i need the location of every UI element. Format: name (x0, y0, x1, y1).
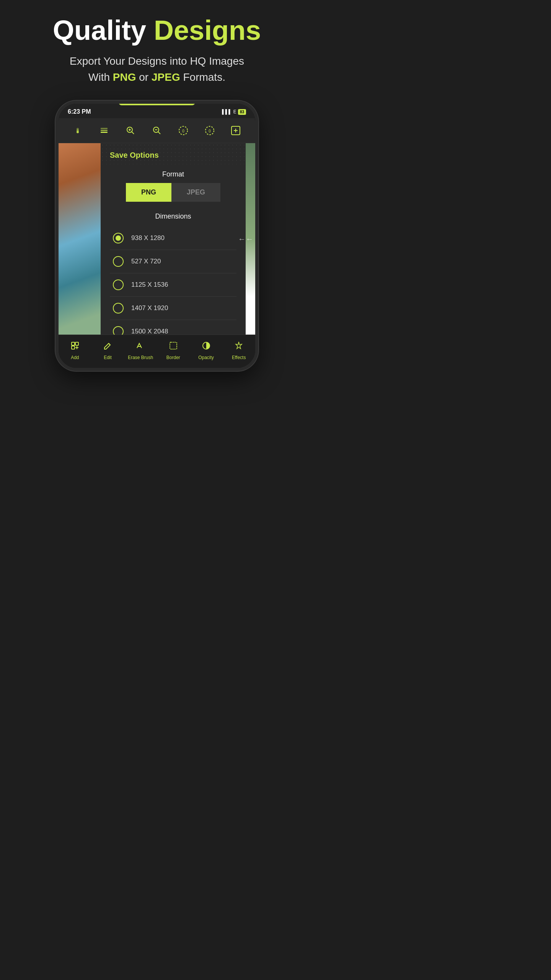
status-icons: ▌▌▌ E 83 (222, 109, 246, 115)
back-arrow-icon: ←← (238, 235, 253, 243)
nav-add[interactable]: Add (59, 341, 91, 360)
layers-icon[interactable] (70, 123, 85, 138)
effects-label: Effects (232, 355, 246, 360)
svg-marker-29 (236, 342, 242, 349)
title-word-quality: Quality (53, 15, 146, 46)
svg-text:0: 0 (209, 129, 211, 133)
dialog-header: Save Options (101, 143, 246, 164)
subtitle-line1: Export Your Designs into HQ Images (70, 55, 244, 67)
subtitle-jpeg: JPEG (152, 71, 180, 83)
svg-rect-4 (101, 130, 108, 131)
dimension-value-2: 1125 X 1536 (131, 281, 168, 289)
dialog-backdrop: Save Options Format PNG JPEG Dimensions … (101, 143, 246, 335)
side-button-right (257, 196, 258, 234)
nav-edit[interactable]: Edit (91, 341, 124, 360)
radio-button-1[interactable] (113, 256, 124, 267)
subtitle-prefix: With (88, 71, 110, 83)
main-title: Quality Designs (53, 15, 261, 46)
svg-point-2 (77, 131, 79, 133)
status-time: 6:23 PM (68, 108, 91, 115)
zoom-in-icon[interactable] (123, 123, 138, 138)
border-icon (169, 341, 178, 353)
dialog-content: Format PNG JPEG Dimensions 938 X 1280 52… (101, 164, 246, 335)
dimensions-label: Dimensions (110, 209, 236, 227)
dimension-option-1[interactable]: 527 X 720 (110, 250, 236, 273)
format-png-button[interactable]: PNG (126, 183, 171, 202)
network-type: E (233, 109, 236, 114)
radio-button-2[interactable] (113, 279, 124, 290)
edit-icon (103, 341, 112, 353)
add-icon (70, 341, 80, 353)
edit-label: Edit (104, 355, 112, 360)
svg-text:0: 0 (182, 129, 184, 133)
side-button-left-mid (55, 215, 57, 253)
svg-line-11 (158, 132, 160, 134)
dimension-value-3: 1407 X 1920 (131, 304, 168, 312)
status-bar: 6:23 PM ▌▌▌ E 83 (59, 104, 255, 118)
battery-icon: 83 (238, 109, 246, 115)
format-label: Format (110, 164, 236, 183)
svg-rect-27 (170, 342, 177, 349)
dimension-option-2[interactable]: 1125 X 1536 (110, 273, 236, 297)
dimension-option-0[interactable]: 938 X 1280 (110, 227, 236, 250)
side-button-left-top (55, 180, 57, 203)
svg-line-7 (132, 132, 134, 134)
radio-button-3[interactable] (113, 303, 124, 314)
svg-rect-21 (75, 342, 78, 345)
bottom-navigation: Add Edit Erase Brush (59, 335, 255, 368)
title-word-designs: Designs (154, 15, 261, 46)
nav-effects[interactable]: Effects (222, 341, 255, 360)
svg-rect-22 (72, 346, 75, 349)
canvas-area: ←← Save Options Format PNG JPEG Dimensio… (59, 143, 255, 335)
subtitle: Export Your Designs into HQ Images With … (53, 53, 261, 85)
svg-rect-20 (72, 342, 75, 345)
header-section: Quality Designs Export Your Designs into… (53, 15, 261, 85)
dimension-option-4[interactable]: 1500 X 2048 (110, 320, 236, 335)
phone-mockup: 6:23 PM ▌▌▌ E 83 (55, 101, 258, 371)
subtitle-suffix: Formats. (183, 71, 225, 83)
subtitle-png: PNG (113, 71, 136, 83)
border-label: Border (166, 355, 180, 360)
dimension-option-3[interactable]: 1407 X 1920 (110, 297, 236, 320)
svg-line-25 (109, 343, 110, 345)
radio-button-0[interactable] (113, 233, 124, 243)
phone-inner: 6:23 PM ▌▌▌ E 83 (59, 104, 255, 368)
erase-brush-icon (136, 341, 145, 353)
format-buttons: PNG JPEG (110, 183, 236, 202)
radio-button-4[interactable] (113, 326, 124, 335)
opacity-icon (202, 341, 211, 353)
dimension-value-0: 938 X 1280 (131, 234, 165, 242)
stack-icon[interactable] (96, 123, 112, 138)
nav-border[interactable]: Border (157, 341, 190, 360)
app-toolbar: 0 0 (59, 118, 255, 143)
dimension-value-1: 527 X 720 (131, 258, 161, 265)
nav-erase-brush[interactable]: Erase Brush (124, 341, 157, 360)
zoom-out-icon[interactable] (149, 123, 165, 138)
nav-opacity[interactable]: Opacity (190, 341, 223, 360)
dialog-title: Save Options (110, 151, 159, 159)
dimension-value-4: 1500 X 2048 (131, 328, 168, 335)
effects-icon (234, 341, 243, 353)
svg-rect-3 (101, 128, 108, 129)
add-label: Add (71, 355, 79, 360)
erase-brush-label: Erase Brush (128, 355, 153, 360)
format-jpeg-button[interactable]: JPEG (171, 183, 220, 202)
select-a-icon[interactable]: 0 (176, 123, 191, 138)
canvas-image-sidebar (59, 143, 101, 335)
opacity-label: Opacity (198, 355, 214, 360)
svg-rect-5 (101, 132, 108, 133)
add-layer-icon[interactable] (228, 123, 243, 138)
subtitle-or: or (139, 71, 148, 83)
signal-icon: ▌▌▌ (222, 109, 232, 114)
select-b-icon[interactable]: 0 (202, 123, 217, 138)
